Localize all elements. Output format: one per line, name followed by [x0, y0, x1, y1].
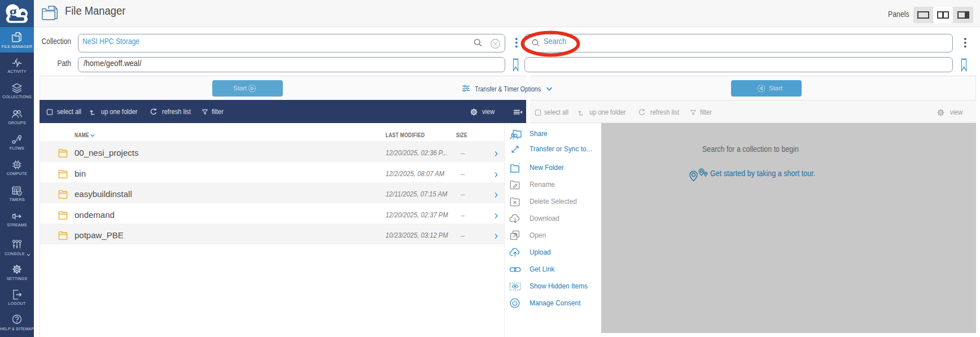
svg-text:g: g — [10, 3, 18, 20]
